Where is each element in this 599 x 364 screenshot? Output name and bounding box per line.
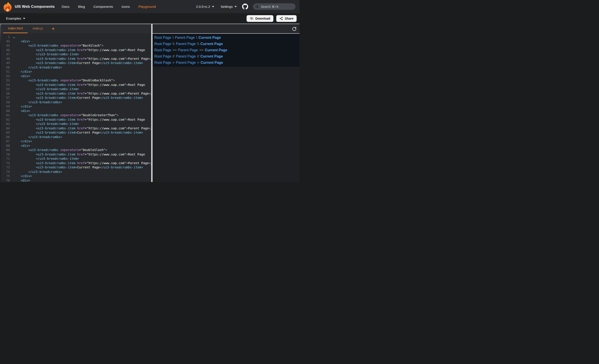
github-icon[interactable]	[242, 4, 248, 9]
version-label: 2.0.0-rc.2	[196, 5, 210, 8]
code-line-content: <div>	[13, 74, 30, 78]
breadcrumb-separator: \\	[197, 42, 199, 46]
code-line-content: </ui5-breadcrumbs-item>	[13, 87, 79, 91]
share-button[interactable]: Share	[276, 15, 297, 22]
breadcrumb-link[interactable]: Parent Page	[176, 54, 196, 59]
code-line: 53 <ui5-breadcrumbs separators="DoubleBa…	[4, 78, 151, 83]
chevron-down-icon	[212, 6, 214, 7]
search-input[interactable]	[260, 5, 293, 9]
line-number: 55	[4, 87, 10, 92]
line-number: 66	[4, 135, 10, 139]
code-line: 76 <div>	[4, 178, 151, 182]
code-line-content: <ui5-breadcrumbs-item href="https://www.…	[13, 48, 145, 52]
breadcrumb-link[interactable]: Root Page	[154, 61, 171, 65]
breadcrumb-separator: \	[196, 36, 197, 40]
code-line-content: </div>	[13, 105, 32, 108]
code-line-content: <ui5-breadcrumbs-item href="https://www.…	[13, 83, 145, 86]
breadcrumb-separator: >>	[173, 48, 177, 52]
preview-surface: Root Page\Parent Page\Current PageRoot P…	[152, 34, 300, 67]
line-number: 74	[4, 170, 10, 174]
code-line: 71 </ui5-breadcrumbs-item>	[4, 157, 151, 161]
breadcrumb-row: Root Page>Parent Page>Current Page	[154, 59, 300, 66]
preview-toolbar	[152, 24, 300, 33]
breadcrumb-link[interactable]: Parent Page	[176, 61, 196, 65]
code-line: 60 <div>	[4, 109, 151, 113]
refresh-button[interactable]	[292, 26, 297, 31]
code-line-content: <ui5-breadcrumbs separators="DoubleBackS…	[13, 78, 115, 82]
breadcrumb-separator: >>	[199, 48, 203, 52]
line-number: 51	[4, 70, 10, 74]
breadcrumb-link[interactable]: Root Page	[154, 54, 171, 59]
breadcrumb-link[interactable]: Root Page	[154, 36, 171, 40]
examples-menu-button[interactable]: Examples	[6, 17, 25, 21]
line-number: 58	[4, 100, 10, 105]
code-line: 54 <ui5-breadcrumbs-item href="https://w…	[4, 83, 151, 87]
code-line-content: </ui5-breadcrumbs>	[13, 135, 62, 139]
ui5-logo-icon[interactable]	[3, 1, 12, 12]
code-line-content: </div>	[13, 174, 32, 178]
settings-menu[interactable]: Settings	[221, 5, 237, 8]
add-tab-button[interactable]: +	[50, 24, 56, 33]
breadcrumb-current: Current Page	[205, 48, 227, 52]
breadcrumb-link[interactable]: Parent Page	[178, 48, 198, 52]
nav-item-blog[interactable]: Blog	[78, 5, 85, 9]
code-line-content: </ui5-breadcrumbs-item>	[13, 52, 79, 56]
code-line-content: <ui5-breadcrumbs-item>Current Page</ui5-…	[13, 96, 143, 100]
app-header: UI5 Web Components DocsBlogComponentsIco…	[0, 0, 300, 13]
breadcrumb-link[interactable]: Root Page	[154, 48, 171, 52]
breadcrumb-row: Root Page\\Parent Page\\Current Page	[154, 41, 300, 47]
line-number: 45	[4, 43, 10, 48]
line-number: 60	[4, 109, 10, 113]
code-line-content: <ui5-breadcrumbs-item>Current Page</ui5-…	[13, 61, 143, 65]
code-line: 69 <ui5-breadcrumbs separators="DoubleSl…	[4, 148, 151, 152]
code-line: 48 <ui5-breadcrumbs-item href="https://w…	[4, 57, 151, 61]
breadcrumb-row: Root Page\Parent Page\Current Page	[154, 34, 300, 41]
line-number: 71	[4, 157, 10, 161]
tab-index-html[interactable]: index.html	[3, 24, 28, 33]
breadcrumb-separator: >	[173, 61, 175, 65]
code-line-content: <div>	[13, 109, 30, 113]
version-selector[interactable]: 2.0.0-rc.2	[196, 5, 214, 8]
search-box	[253, 3, 295, 10]
code-line: 66 </ui5-breadcrumbs>	[4, 135, 151, 139]
share-label: Share	[285, 17, 293, 20]
chevron-down-icon	[235, 6, 237, 7]
line-number: 61	[4, 113, 10, 118]
code-line-content: <ui5-breadcrumbs-item href="https://www.…	[13, 118, 145, 121]
tab-main-js[interactable]: main.js	[28, 24, 48, 33]
nav-item-playground[interactable]: Playground	[138, 5, 156, 9]
code-line-content: </div>	[13, 139, 32, 143]
breadcrumb-separator: //	[173, 54, 175, 59]
code-line: 58 </ui5-breadcrumbs>	[4, 100, 151, 105]
brand-title[interactable]: UI5 Web Components	[15, 4, 55, 9]
preview-pane: Root Page\Parent Page\Current PageRoot P…	[152, 24, 300, 182]
code-line: 72 <ui5-breadcrumbs-item href="https://w…	[4, 161, 151, 166]
code-line-content: <ui5-breadcrumbs-item href="https://www.…	[13, 161, 151, 165]
code-line: 73 <ui5-breadcrumbs-item>Current Page</u…	[4, 165, 151, 170]
code-line: 57 <ui5-breadcrumbs-item>Current Page</u…	[4, 96, 151, 100]
code-line: 44 <div>	[4, 39, 151, 44]
refresh-icon	[292, 26, 296, 31]
code-editor[interactable]: 1…44 <div>45 <ui5-breadcrumbs separators…	[1, 33, 151, 182]
code-line-content: <ui5-breadcrumbs-item href="https://www.…	[13, 127, 151, 130]
line-number: 50	[4, 65, 10, 70]
line-number: 56	[4, 92, 10, 96]
examples-toolbar: Examples Download Share	[0, 13, 300, 24]
nav-item-components[interactable]: Components	[93, 5, 113, 9]
line-number: 59	[4, 104, 10, 109]
breadcrumb-link[interactable]: Root Page	[154, 42, 171, 46]
code-line: 61 <ui5-breadcrumbs separators="DoubleGr…	[4, 113, 151, 118]
breadcrumb-current: Current Page	[198, 36, 221, 40]
breadcrumb-link[interactable]: Parent Page	[176, 42, 196, 46]
breadcrumb-current: Current Page	[200, 54, 223, 59]
code-line-content: <ui5-breadcrumbs-item href="https://www.…	[13, 92, 151, 95]
nav-item-icons[interactable]: Icons	[122, 5, 130, 9]
code-line-content: …	[13, 35, 15, 39]
line-number: 73	[4, 165, 10, 170]
download-button[interactable]: Download	[247, 15, 273, 22]
breadcrumb-link[interactable]: Parent Page	[175, 36, 195, 40]
nav-item-docs[interactable]: Docs	[62, 5, 70, 9]
playground-container: index.htmlmain.js + 1…44 <div>45 <ui5-br…	[0, 24, 300, 182]
code-line-content: </div>	[13, 70, 32, 73]
code-line: 63 </ui5-breadcrumbs-item>	[4, 122, 151, 126]
